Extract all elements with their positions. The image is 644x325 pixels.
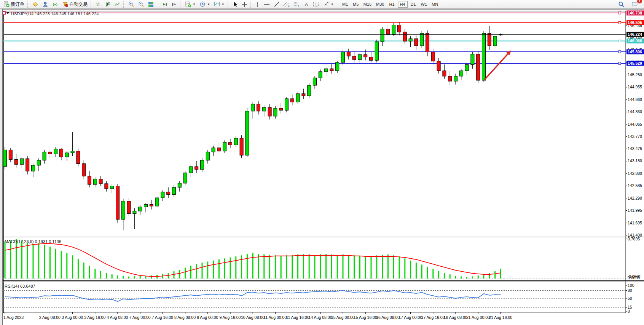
toolbar-separator [228,1,230,8]
macd-label: MACD(12,26,9) 0.1931 0.1106 [5,239,61,244]
tf-button-D1[interactable]: D1 [408,1,418,8]
cursor-button[interactable] [231,0,240,8]
tf-button-M30[interactable]: M30 [374,1,386,8]
svg-text:142.880: 142.880 [628,171,642,176]
indicators-button[interactable]: ▼ [183,0,198,8]
periods-clock-icon [199,1,206,7]
horizontal-line-icon [264,2,270,7]
candlestick-chart-button[interactable] [103,0,113,8]
community-icon [42,1,48,7]
svg-text:145.529: 145.529 [628,61,642,66]
periods-button[interactable]: ▼ [198,0,212,8]
tf-button-M5[interactable]: M5 [351,1,361,8]
zoom-in-button[interactable] [126,0,136,8]
chart-window[interactable]: 146.435146.140145.845145.550145.250144.9… [2,9,644,325]
price-level-lines[interactable] [3,12,626,65]
toolbar-separator [27,1,29,8]
vertical-line-icon [255,2,260,7]
svg-text:11 Aug 00:00: 11 Aug 00:00 [263,315,287,320]
svg-text:144.660: 144.660 [628,97,642,102]
channel-button[interactable]: E [281,0,292,8]
auto-trading-button[interactable]: 自动交易 [60,0,89,8]
templates-button[interactable]: ▼ [212,0,226,8]
arrows-button[interactable]: ▼ [321,0,336,8]
line-handle[interactable] [618,40,621,42]
fibonacci-button[interactable]: F [292,0,302,8]
svg-text:143.770: 143.770 [628,134,642,139]
tf-button-M15[interactable]: M15 [362,1,373,8]
arrows-icon [323,1,329,7]
svg-text:142.290: 142.290 [628,196,642,200]
svg-text:144.360: 144.360 [628,109,642,114]
svg-text:4 Aug 08:00: 4 Aug 08:00 [107,315,128,320]
bar-chart-icon [96,2,101,7]
new-order-button[interactable]: 新订单 [2,0,26,8]
bar-chart-button[interactable] [94,0,103,8]
crosshair-button[interactable] [240,0,249,8]
signals-button[interactable] [50,0,60,8]
community-button[interactable] [40,0,50,8]
svg-text:7 Aug 16:00: 7 Aug 16:00 [152,315,173,320]
svg-text:15 Aug 00:00: 15 Aug 00:00 [331,315,355,320]
line-handle[interactable] [618,21,621,24]
line-handle[interactable] [618,12,621,14]
toolbar-separator [157,1,159,8]
chart-shift-button[interactable] [169,0,179,8]
tf-button-MN[interactable]: MN [430,1,440,8]
chart-canvas[interactable]: 146.435146.140145.845145.550145.250144.9… [3,10,644,325]
rsi-panel: 1008050150 [3,283,634,314]
zoom-out-button[interactable] [136,0,146,8]
svg-text:17 Aug 16:00: 17 Aug 16:00 [421,315,445,320]
tf-button-W1[interactable]: W1 [419,1,429,8]
tf-button-H1[interactable]: H1 [387,1,397,8]
text-button[interactable]: A [302,0,311,8]
svg-text:0.0531: 0.0531 [629,274,641,279]
line-chart-button[interactable] [113,0,122,8]
svg-text:141.695: 141.695 [628,221,642,225]
svg-text:1 Aug 2023: 1 Aug 2023 [3,315,24,320]
search-button[interactable] [616,0,626,8]
svg-text:16 Aug 08:00: 16 Aug 08:00 [376,315,400,320]
arrow-annotation[interactable] [485,50,511,80]
line-chart-icon [115,2,120,7]
svg-text:143.180: 143.180 [628,158,642,163]
candles-layer [3,22,502,230]
svg-text:145.250: 145.250 [628,72,642,77]
timeframe-toolbar: M1M5M15M30H1H4D1W1MN [340,1,440,8]
tf-button-H4[interactable]: H4 [398,1,408,8]
line-left-handle[interactable] [3,12,6,14]
rsi-label: RSI(14) 63.6487 [5,284,35,288]
toolbar-separator [91,1,92,8]
new-order-label: 新订单 [11,1,24,8]
text-label-button[interactable]: T [311,0,321,8]
trendline-button[interactable] [272,0,281,8]
rsi-line [5,291,501,302]
line-handle[interactable] [618,62,621,64]
svg-text:8 Aug 08:00: 8 Aug 08:00 [174,315,196,320]
text-label-icon: T [313,1,319,7]
line-handle[interactable] [618,51,621,53]
indicators-caret: ▼ [193,3,196,6]
notifications-button[interactable]: 1 [630,0,640,8]
svg-text:144.065: 144.065 [628,122,642,126]
svg-text:T: T [315,2,317,6]
svg-text:146.738: 146.738 [628,11,642,15]
svg-text:0: 0 [628,309,630,314]
tile-windows-button[interactable] [146,0,156,8]
svg-text:18 Aug 08:00: 18 Aug 08:00 [444,315,467,320]
equidistant-channel-icon: E [283,1,290,7]
tf-button-M1[interactable]: M1 [340,1,350,8]
candlestick-icon [105,2,111,7]
arrows-caret: ▼ [331,3,334,6]
zoom-in-icon [128,1,134,7]
vertical-line-button[interactable] [253,0,262,8]
chart-shift-icon [171,2,177,7]
svg-text:14 Aug 08:00: 14 Aug 08:00 [309,315,332,320]
horizontal-line-button[interactable] [262,0,272,8]
crosshair-icon [242,2,247,7]
metaeditor-button[interactable] [30,0,40,8]
price-axis: 146.435146.140145.845145.550145.250144.9… [626,23,642,237]
auto-scroll-button[interactable] [160,0,169,8]
panel-separators[interactable] [3,236,644,312]
templates-caret: ▼ [222,3,225,6]
